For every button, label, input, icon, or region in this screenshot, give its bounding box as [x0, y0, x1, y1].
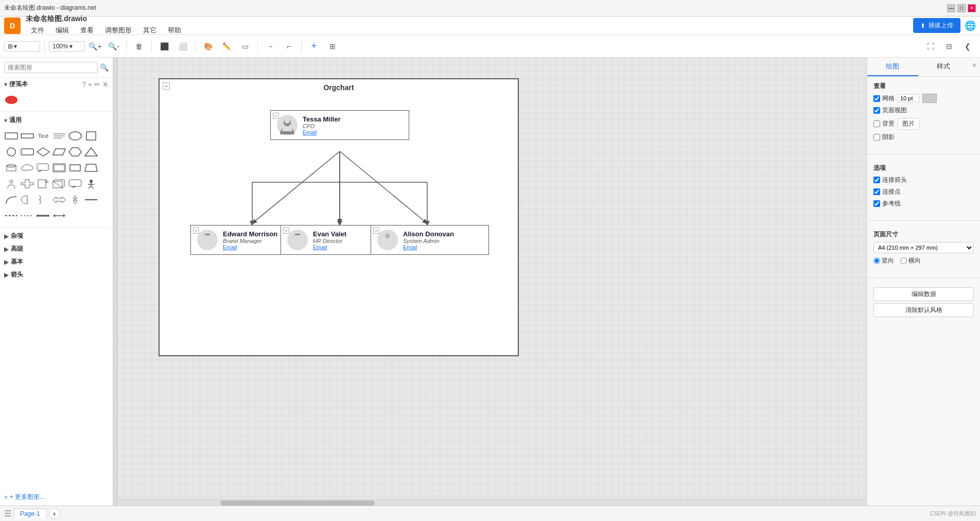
add-button[interactable]: +	[306, 39, 322, 54]
menu-help[interactable]: 帮助	[163, 24, 186, 37]
question-icon[interactable]: ?	[82, 80, 86, 89]
shape-line-thick[interactable]	[36, 209, 50, 223]
search-input[interactable]	[4, 62, 98, 73]
sidebar-section-advanced[interactable]: ▶ 高级	[0, 242, 113, 255]
page-size-select[interactable]: A4 (210 mm × 297 mm)	[873, 242, 974, 253]
shape-ellipse[interactable]	[68, 129, 82, 143]
fill-color-button[interactable]: 🎨	[200, 39, 216, 54]
shape-button[interactable]: ▭	[237, 39, 253, 54]
upload-button[interactable]: ⬆ 插拔上传	[913, 18, 960, 33]
brand-email-link[interactable]: Email	[223, 244, 277, 250]
remove-section-icon[interactable]: ✕	[102, 80, 109, 89]
frame-collapse-button[interactable]: −	[163, 82, 170, 90]
shape-rect-double[interactable]	[52, 161, 66, 175]
brand-collapse-btn[interactable]: −	[193, 228, 199, 234]
guides-checkbox[interactable]	[873, 200, 880, 207]
add-section-icon[interactable]: +	[88, 80, 92, 89]
diagram-container[interactable]: − Orgchart	[159, 78, 519, 356]
to-front-button[interactable]: ⬛	[156, 39, 172, 54]
connector-button[interactable]: ⌐	[281, 39, 297, 54]
format-panel-button[interactable]: ⊟	[941, 39, 957, 54]
edit-section-icon[interactable]: ✏	[94, 80, 100, 89]
sysadmin-email-link[interactable]: Email	[403, 244, 454, 250]
shape-cross[interactable]	[20, 177, 34, 191]
shape-cloud[interactable]	[20, 161, 34, 175]
shape-diamond[interactable]	[36, 145, 50, 159]
sidebar-toggle-button[interactable]: ❮	[959, 39, 976, 54]
shape-line-arrow-both[interactable]	[52, 209, 66, 223]
shape-ellipse-red[interactable]	[4, 93, 19, 107]
shape-callout[interactable]	[36, 161, 50, 175]
to-back-button[interactable]: ⬜	[174, 39, 191, 54]
shape-trapezoid[interactable]	[84, 161, 98, 175]
sidebar-section-basic[interactable]: ▶ 基本	[0, 255, 113, 268]
connect-arrows-checkbox[interactable]	[873, 177, 880, 183]
shape-cylinder[interactable]	[4, 161, 19, 175]
menu-view[interactable]: 查看	[75, 24, 99, 37]
page-view-checkbox[interactable]	[873, 107, 880, 114]
sys-admin-node[interactable]: − Alison Donovan System Admin Email	[371, 225, 489, 255]
fullscreen-button[interactable]: ⛶	[922, 39, 939, 54]
panel-toggle[interactable]: ⊞ ▾	[4, 41, 40, 51]
more-shapes-button[interactable]: + + 更多图形...	[0, 489, 113, 506]
add-page-button[interactable]: +	[49, 508, 60, 519]
shape-rect-wide[interactable]	[20, 129, 34, 143]
menu-edit[interactable]: 编辑	[50, 24, 74, 37]
zoom-out-button[interactable]: 🔍-	[106, 39, 122, 54]
shape-triangle[interactable]	[84, 145, 98, 159]
grid-size-input[interactable]	[898, 94, 919, 102]
maximize-button[interactable]: □	[957, 4, 966, 12]
zoom-in-button[interactable]: 🔍+	[87, 39, 103, 54]
sidebar-section-general[interactable]: ▾ 通用	[0, 114, 113, 127]
grid-color-swatch[interactable]	[922, 94, 937, 103]
shadow-checkbox[interactable]	[873, 134, 880, 141]
shape-line-dashed[interactable]	[4, 209, 19, 223]
background-image-btn[interactable]: 图片	[898, 118, 919, 130]
grid-checkbox[interactable]	[873, 95, 880, 102]
edit-data-button[interactable]: 编辑数据	[873, 287, 974, 301]
shape-speech[interactable]	[68, 177, 82, 191]
org-node-cfo[interactable]: − Tessa Miller CFO Em	[270, 110, 409, 140]
menu-file[interactable]: 文件	[26, 24, 49, 37]
tab-style[interactable]: 样式	[918, 58, 969, 76]
org-node-sysadmin[interactable]: − Alison Donovan System Admin Email	[371, 225, 489, 255]
shape-line-solid[interactable]	[84, 193, 98, 207]
right-panel-close[interactable]: ✕	[969, 58, 980, 76]
connect-points-checkbox[interactable]	[873, 188, 880, 195]
page-tab-1[interactable]: Page-1	[13, 509, 47, 518]
menu-other[interactable]: 其它	[138, 24, 162, 37]
sidebar-section-arrow[interactable]: ▶ 箭头	[0, 268, 113, 281]
shape-parallelogram[interactable]	[52, 145, 66, 159]
hr-collapse-btn[interactable]: −	[283, 228, 289, 234]
shape-text-lines[interactable]	[52, 129, 66, 143]
canvas-area[interactable]: − Orgchart	[117, 58, 867, 506]
sidebar-section-stationery[interactable]: ▾ 便笺本 ? + ✏ ✕	[0, 78, 113, 91]
sidebar-resize-handle[interactable]	[113, 58, 117, 506]
globe-icon[interactable]: 🌐	[965, 20, 976, 31]
shape-text[interactable]: Text	[36, 129, 50, 143]
zoom-control[interactable]: 100% ▾	[49, 41, 85, 51]
tab-diagram[interactable]: 绘图	[867, 58, 918, 76]
shape-rect-thin[interactable]	[4, 129, 19, 143]
shape-circle[interactable]	[4, 145, 19, 159]
reset-style-button[interactable]: 清除默认风格	[873, 303, 974, 317]
arrow-button[interactable]: →	[262, 39, 278, 54]
landscape-radio[interactable]	[900, 257, 907, 264]
page-menu-icon[interactable]: ☰	[4, 509, 11, 518]
shape-rect-small[interactable]	[68, 161, 82, 175]
menu-arrange[interactable]: 调整图形	[100, 24, 137, 37]
shape-rect-3d[interactable]	[52, 177, 66, 191]
cfo-collapse-btn[interactable]: −	[273, 113, 279, 119]
shape-square[interactable]	[84, 129, 98, 143]
portrait-radio[interactable]	[873, 257, 880, 264]
shape-person[interactable]	[4, 177, 19, 191]
shape-doc[interactable]	[36, 177, 50, 191]
delete-button[interactable]: 🗑	[131, 39, 147, 54]
line-color-button[interactable]: ✏️	[218, 39, 235, 54]
shape-semicircle-l[interactable]	[20, 193, 34, 207]
hr-email-link[interactable]: Email	[313, 244, 346, 250]
close-button[interactable]: ✕	[968, 4, 976, 12]
shape-hexagon[interactable]	[68, 145, 82, 159]
shape-rect-rounded[interactable]	[20, 145, 34, 159]
table-button[interactable]: ⊞	[324, 39, 341, 54]
